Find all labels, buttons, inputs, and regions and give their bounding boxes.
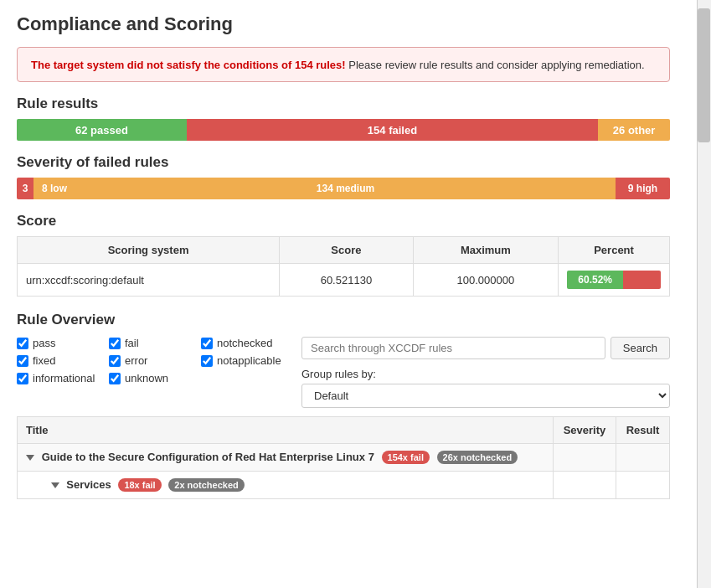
score-col-maximum: Maximum [413,237,558,264]
table-row[interactable]: Guide to the Secure Configuration of Red… [18,444,670,472]
score-col-score: Score [280,237,413,264]
search-area: Search Group rules by: Default [301,337,670,408]
bar-passed: 62 passed [17,119,187,141]
group-result-cell [616,444,670,472]
checkbox-fail-input[interactable] [109,338,121,349]
score-row: urn:xccdf:scoring:default 60.521130 100.… [18,264,670,297]
checkbox-fixed-label: fixed [33,354,55,367]
group-severity-cell [553,444,616,472]
score-system-value: urn:xccdf:scoring:default [18,264,280,297]
severity-bar: 3 8 low 134 medium 9 high [17,178,670,199]
rules-table: Title Severity Result Guide to the Secur… [17,416,670,499]
checkbox-notchecked-input[interactable] [201,338,213,349]
checkbox-fail[interactable]: fail [109,337,201,349]
percent-pass: 60.52% [567,271,623,289]
checkbox-pass-input[interactable] [17,338,28,349]
checkbox-col-2: notchecked notapplicable [201,337,293,384]
scrollbar[interactable] [697,0,711,588]
scrollbar-thumb[interactable] [698,8,710,142]
rule-overview-controls: pass fixed informational fail error unkn… [17,337,670,408]
subgroup-badge-notchecked: 2x notchecked [168,478,244,492]
alert-box: The target system did not satisfy the co… [17,47,670,82]
checkbox-notchecked-label: notchecked [217,337,273,349]
checkbox-error-input[interactable] [109,355,121,367]
score-col-percent: Percent [559,237,670,264]
sev-low: 8 low [33,178,75,199]
bar-failed: 154 failed [187,119,598,141]
group-title-text: Guide to the Secure Configuration of Red… [42,451,374,463]
rule-results-title: Rule results [17,95,670,112]
checkbox-pass-label: pass [33,337,55,349]
expand-icon [26,455,34,461]
checkbox-fixed-input[interactable] [17,355,28,367]
score-title: Score [17,213,670,230]
alert-text: The target system did not satisfy the co… [31,59,645,71]
severity-title: Severity of failed rules [17,154,670,171]
group-select[interactable]: Default [301,384,670,408]
score-col-system: Scoring system [18,237,280,264]
sev-3-count: 3 [17,178,33,199]
checkbox-error-label: error [125,354,147,367]
rules-col-title: Title [18,417,554,444]
subgroup-severity-cell [553,472,616,499]
checkbox-fixed[interactable]: fixed [17,354,109,367]
search-button[interactable]: Search [611,337,670,359]
group-title-cell: Guide to the Secure Configuration of Red… [18,444,554,472]
score-score-value: 60.521130 [280,264,413,297]
checkbox-notchecked[interactable]: notchecked [201,337,293,349]
score-table: Scoring system Score Maximum Percent urn… [17,236,670,297]
checkbox-notapplicable[interactable]: notapplicable [201,354,293,367]
badge-notchecked: 26x notchecked [437,451,518,464]
checkbox-unknown-label: unknown [125,372,168,384]
subgroup-title-text: Services [66,478,111,491]
checkbox-informational-label: informational [33,372,95,384]
group-rules-label: Group rules by: [301,368,670,380]
checkbox-notapplicable-input[interactable] [201,355,213,367]
percent-fail [623,271,661,289]
checkbox-unknown[interactable]: unknown [109,372,201,384]
sev-medium: 134 medium [75,178,616,199]
checkbox-col-0: pass fixed informational [17,337,109,384]
table-row[interactable]: Services 18x fail 2x notchecked [18,472,670,499]
checkbox-informational-input[interactable] [17,373,28,384]
checkboxes-wrapper: pass fixed informational fail error unkn… [17,337,293,384]
checkbox-col-1: fail error unknown [109,337,201,384]
search-group: Search [301,337,670,359]
search-input[interactable] [301,337,605,359]
checkbox-fail-label: fail [125,337,139,349]
rule-overview-title: Rule Overview [17,312,670,328]
rules-col-result: Result [616,417,670,444]
subgroup-badge-fail: 18x fail [118,478,161,492]
alert-normal: Please review rule results and consider … [348,59,644,71]
checkbox-unknown-input[interactable] [109,373,121,384]
bar-other: 26 other [598,119,670,141]
score-maximum-value: 100.000000 [413,264,558,297]
checkbox-notapplicable-label: notapplicable [217,354,281,367]
subgroup-result-cell [616,472,670,499]
checkbox-informational[interactable]: informational [17,372,109,384]
percent-bar: 60.52% [567,271,661,289]
badge-fail: 154x fail [382,451,430,464]
checkbox-error[interactable]: error [109,354,201,367]
rules-col-severity: Severity [553,417,616,444]
checkbox-pass[interactable]: pass [17,337,109,349]
page-title: Compliance and Scoring [17,13,670,35]
sev-high: 9 high [616,178,670,199]
subgroup-expand-icon [51,482,59,488]
score-percent-value: 60.52% [559,264,670,297]
rule-results-bar: 62 passed 154 failed 26 other [17,119,670,141]
subgroup-title-cell: Services 18x fail 2x notchecked [18,472,554,499]
alert-strong: The target system did not satisfy the co… [31,59,346,71]
